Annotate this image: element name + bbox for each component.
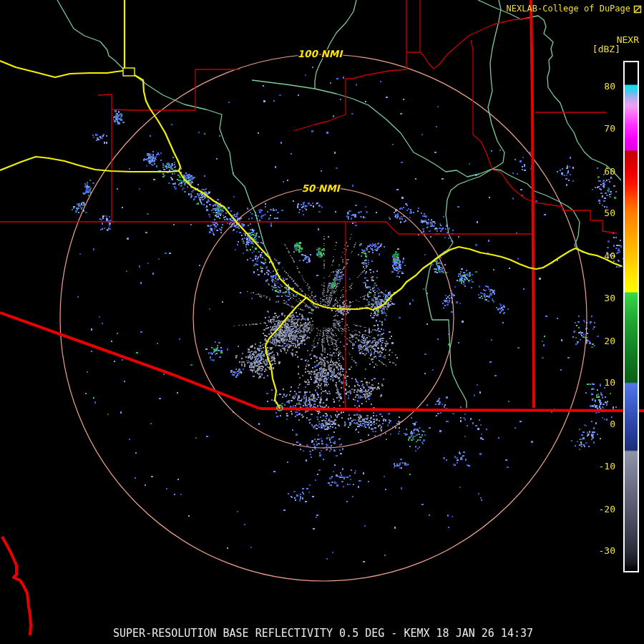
map-line [135, 76, 270, 258]
colorbar-tick-60: 60 [581, 166, 615, 177]
ring-label: 100 NMI [298, 48, 344, 59]
colorbar-tick-20: 20 [581, 336, 615, 346]
range-rings [60, 54, 587, 581]
colorbar-tick--10: -10 [581, 461, 615, 472]
map-line [265, 298, 306, 409]
colorbar-tick-40: 40 [581, 250, 615, 261]
city-box [123, 68, 135, 76]
map-line [420, 18, 532, 69]
map-line [260, 409, 644, 411]
colorbar-tick--30: -30 [581, 545, 615, 556]
ring-label: 50 NMI [301, 182, 341, 194]
map-overlay: 100 NMI50 NMI [0, 0, 644, 644]
map-line [2, 537, 31, 635]
colorbar-tick-70: 70 [581, 123, 615, 134]
map-line [293, 52, 406, 131]
map-line [492, 170, 617, 233]
credit-label: NEXLAB-College of DuPage [507, 4, 630, 14]
ring-labels: 100 NMI50 NMI [298, 48, 344, 194]
reflectivity-colorbar [623, 61, 639, 572]
map-line [531, 0, 534, 408]
map-line [426, 169, 492, 408]
map-line [0, 222, 533, 234]
map-line [0, 61, 123, 77]
colorbar-tick-0: 0 [581, 419, 615, 429]
colorbar-units: [dBZ] [592, 44, 620, 54]
credit-text: NEXLAB-College of DuPage [507, 4, 642, 14]
map-line [343, 222, 346, 409]
state-borders [0, 0, 644, 635]
map-line [57, 0, 123, 69]
range-ring [60, 54, 587, 581]
rivers [57, 0, 623, 408]
radar-display: 100 NMI50 NMI NEXLAB-College of DuPage N… [0, 0, 644, 644]
colorbar-tick-50: 50 [581, 208, 615, 218]
map-line [0, 313, 260, 409]
map-line [98, 94, 112, 95]
map-line [315, 0, 356, 89]
map-line [252, 80, 492, 177]
map-line [0, 157, 179, 172]
map-line [406, 0, 420, 52]
city-marker [123, 68, 283, 411]
colorbar-tick-30: 30 [581, 293, 615, 303]
colorbar-tick-80: 80 [581, 81, 615, 92]
colorbar-tick--20: -20 [581, 504, 615, 514]
cod-logo-icon [633, 5, 642, 14]
colorbar-tick-10: 10 [581, 377, 615, 388]
product-caption: SUPER-RESOLUTION BASE REFLECTIVITY 0.5 D… [113, 627, 533, 640]
